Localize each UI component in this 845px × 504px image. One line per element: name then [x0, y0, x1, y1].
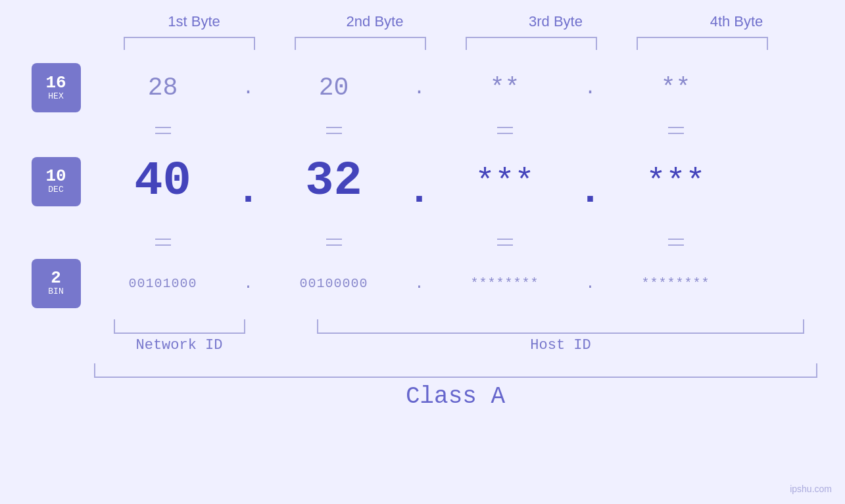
hex-dot1: . — [229, 77, 268, 99]
host-id-label: Host ID — [304, 337, 817, 354]
dec-badge-wrapper: 10 DEC — [32, 139, 97, 224]
sep-eq-8 — [610, 237, 742, 247]
bin-badge-wrapper: 2 BIN — [32, 250, 97, 316]
hex-badge-wrapper: 16 HEX — [32, 63, 97, 112]
hex-dot2: . — [400, 77, 439, 99]
hex-dot3: . — [571, 77, 610, 99]
header-byte4: 4th Byte — [664, 13, 809, 30]
class-bracket-area: Class A — [94, 363, 817, 410]
header-byte2: 2nd Byte — [302, 13, 447, 30]
dec-badge-label: DEC — [48, 185, 63, 195]
dec-dot3: . — [571, 152, 610, 211]
sep-eq-6 — [268, 237, 400, 247]
sep-eq-4 — [610, 126, 742, 135]
dec-badge-num: 10 — [45, 168, 66, 185]
sep-row-2 — [97, 224, 821, 250]
byte-headers: 1st Byte 2nd Byte 3rd Byte 4th Byte — [104, 13, 827, 30]
sep-eq-2 — [268, 126, 400, 135]
rows-area: 16 HEX 10 DEC 2 BIN — [32, 63, 821, 316]
net-bracket-container — [94, 319, 265, 334]
hex-b2: 20 — [268, 74, 400, 102]
dec-b3: *** — [439, 163, 571, 200]
bottom-bracket-area: Network ID Host ID — [94, 319, 817, 354]
main-container: 1st Byte 2nd Byte 3rd Byte 4th Byte 16 H… — [0, 0, 845, 504]
host-bracket — [317, 319, 804, 334]
bin-badge-label: BIN — [48, 286, 63, 297]
dec-b1: 40 — [97, 154, 229, 208]
bin-b2: 00100000 — [268, 276, 400, 291]
left-badges: 16 HEX 10 DEC 2 BIN — [32, 63, 97, 316]
sep-eq-7 — [439, 237, 571, 247]
right-data: 28 . 20 . ** . ** — [97, 63, 821, 316]
bin-b4: ******** — [610, 276, 742, 291]
bottom-brackets-row — [94, 319, 817, 334]
dec-b2: 32 — [268, 154, 400, 208]
hex-badge: 16 HEX — [32, 63, 81, 112]
hex-b3: ** — [439, 74, 571, 102]
dec-dot1: . — [229, 152, 268, 211]
bin-badge: 2 BIN — [32, 259, 81, 308]
dec-row: 40 . 32 . *** . *** — [97, 139, 821, 224]
top-brackets — [104, 37, 827, 50]
hex-b4: ** — [610, 74, 742, 102]
hex-row: 28 . 20 . ** . ** — [97, 63, 821, 112]
bin-dot3: . — [571, 275, 610, 292]
hex-badge-num: 16 — [45, 74, 66, 91]
class-bracket — [94, 363, 817, 378]
hex-b1: 28 — [97, 74, 229, 102]
bin-badge-num: 2 — [51, 269, 61, 286]
bin-dot2: . — [400, 275, 439, 292]
net-bracket — [114, 319, 245, 334]
bin-dot1: . — [229, 275, 268, 292]
sep-row-1 — [97, 112, 821, 139]
dec-badge: 10 DEC — [32, 157, 81, 206]
network-id-label: Network ID — [94, 337, 265, 354]
bin-row: 00101000 . 00100000 . ******** . *******… — [97, 250, 821, 316]
bin-b1: 00101000 — [97, 276, 229, 291]
sep-eq-1 — [97, 126, 229, 135]
hex-badge-label: HEX — [48, 91, 63, 102]
header-byte1: 1st Byte — [122, 13, 266, 30]
header-byte3: 3rd Byte — [483, 13, 628, 30]
dec-b4: *** — [610, 163, 742, 200]
host-bracket-container — [304, 319, 817, 334]
bin-b3: ******** — [439, 276, 571, 291]
class-label: Class A — [94, 383, 817, 410]
dec-dot2: . — [400, 152, 439, 211]
sep-eq-5 — [97, 237, 229, 247]
watermark: ipshu.com — [790, 484, 832, 494]
labels-row: Network ID Host ID — [94, 337, 817, 354]
sep-eq-3 — [439, 126, 571, 135]
